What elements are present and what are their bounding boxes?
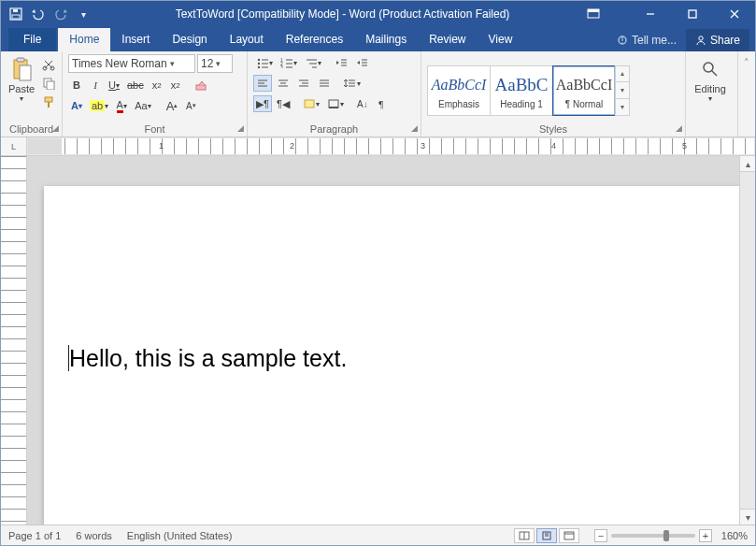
numbering-button[interactable]: 123▾: [278, 54, 300, 71]
format-painter-button[interactable]: [39, 93, 58, 110]
align-right-button[interactable]: [294, 75, 313, 92]
tell-me[interactable]: Tell me...: [607, 29, 686, 51]
svg-text:3: 3: [280, 65, 283, 68]
svg-point-27: [258, 66, 260, 68]
font-size-combo[interactable]: 12▾: [197, 54, 233, 73]
tab-selector[interactable]: L: [1, 137, 27, 155]
status-language[interactable]: English (United States): [127, 530, 233, 541]
multilevel-button[interactable]: ▾: [302, 54, 324, 71]
copy-button[interactable]: [39, 75, 58, 92]
italic-button[interactable]: I: [87, 77, 104, 93]
tab-review[interactable]: Review: [418, 28, 477, 51]
line-spacing-button[interactable]: ▾: [341, 75, 364, 92]
vertical-scrollbar[interactable]: ▴ ▾: [739, 156, 755, 524]
svg-rect-15: [20, 65, 31, 80]
document-viewport[interactable]: Hello, this is a sample text.: [27, 156, 739, 524]
save-icon[interactable]: [7, 5, 25, 23]
bullets-button[interactable]: ▾: [253, 54, 276, 71]
style-gallery[interactable]: AaBbCcIEmphasis AaBbCHeading 1 AaBbCcI¶ …: [427, 65, 630, 116]
font-color-button[interactable]: A▾: [113, 97, 130, 114]
justify-button[interactable]: [315, 75, 334, 92]
ribbon-display-icon[interactable]: [587, 8, 629, 20]
text-effects-button[interactable]: A▾: [68, 97, 85, 114]
tab-references[interactable]: References: [275, 28, 354, 51]
tab-view[interactable]: View: [478, 28, 524, 51]
tab-layout[interactable]: Layout: [219, 28, 275, 51]
show-marks-button[interactable]: ¶: [373, 95, 390, 112]
zoom-out-button[interactable]: −: [594, 529, 607, 542]
paragraph-launcher-icon[interactable]: ◢: [411, 123, 418, 133]
font-name-combo[interactable]: Times New Roman▾: [68, 54, 195, 73]
qat-customize-icon[interactable]: ▾: [74, 5, 93, 23]
svg-rect-60: [329, 100, 338, 108]
zoom-in-button[interactable]: +: [699, 529, 712, 542]
tab-mailings[interactable]: Mailings: [354, 28, 418, 51]
style-heading1[interactable]: AaBbCHeading 1: [490, 65, 553, 116]
zoom-slider[interactable]: [611, 534, 695, 538]
decrease-indent-button[interactable]: [332, 54, 350, 71]
style-label: Heading 1: [500, 99, 543, 109]
superscript-button[interactable]: x2: [167, 77, 184, 93]
rtl-button[interactable]: ¶◀: [274, 95, 292, 112]
undo-icon[interactable]: [29, 5, 48, 23]
styles-launcher-icon[interactable]: ◢: [676, 123, 682, 133]
style-normal[interactable]: AaBbCcI¶ Normal: [552, 65, 616, 116]
clear-format-button[interactable]: [192, 77, 210, 93]
svg-rect-6: [689, 10, 696, 18]
collapse-ribbon-icon[interactable]: ˄: [738, 51, 755, 136]
maximize-button[interactable]: [671, 1, 713, 27]
editing-label: Editing: [694, 83, 726, 94]
align-left-button[interactable]: [253, 75, 272, 92]
cut-button[interactable]: [39, 56, 58, 73]
clipboard-launcher-icon[interactable]: ◢: [52, 123, 59, 133]
style-emphasis[interactable]: AaBbCcIEmphasis: [427, 65, 491, 116]
font-name-value: Times New Roman: [72, 57, 167, 70]
zoom-level[interactable]: 160%: [721, 530, 748, 541]
grow-font-button[interactable]: A▴: [164, 97, 181, 114]
sort-button[interactable]: A↓: [354, 95, 371, 112]
ruler-vertical[interactable]: [1, 156, 27, 524]
tab-insert[interactable]: Insert: [110, 28, 161, 51]
strikethrough-button[interactable]: abc: [124, 77, 147, 93]
view-web-button[interactable]: [559, 528, 579, 543]
paste-icon: [8, 56, 35, 82]
style-gallery-more[interactable]: ▴▾▾: [615, 65, 630, 116]
scroll-down-icon[interactable]: ▾: [740, 509, 755, 524]
change-case-button[interactable]: Aa▾: [132, 97, 153, 114]
tab-design[interactable]: Design: [161, 28, 218, 51]
view-print-button[interactable]: [536, 528, 557, 543]
font-launcher-icon[interactable]: ◢: [237, 123, 244, 133]
status-page[interactable]: Page 1 of 1: [8, 530, 61, 541]
increase-indent-button[interactable]: [352, 54, 371, 71]
highlight-button[interactable]: ab▾: [87, 97, 111, 114]
document-text[interactable]: Hello, this is a sample text.: [69, 345, 347, 371]
subscript-button[interactable]: x2: [149, 77, 165, 93]
paste-button[interactable]: Paste ▾: [7, 54, 36, 106]
share-label: Share: [710, 34, 740, 47]
editing-button[interactable]: Editing▾: [692, 54, 729, 106]
svg-rect-59: [305, 100, 314, 108]
status-bar: Page 1 of 1 6 words English (United Stat…: [1, 524, 755, 545]
scroll-up-icon[interactable]: ▴: [740, 156, 755, 172]
ribbon-tabs: File Home Insert Design Layout Reference…: [1, 27, 755, 51]
underline-button[interactable]: U▾: [106, 77, 122, 93]
ltr-button[interactable]: ▶¶: [253, 95, 272, 112]
shading-button[interactable]: ▾: [300, 95, 322, 112]
find-icon: [697, 56, 723, 82]
view-read-button[interactable]: [514, 528, 535, 543]
share-button[interactable]: Share: [686, 29, 749, 51]
tell-me-label: Tell me...: [632, 34, 677, 47]
close-button[interactable]: [713, 1, 755, 27]
minimize-button[interactable]: [629, 1, 671, 27]
status-words[interactable]: 6 words: [76, 530, 112, 541]
ruler-horizontal[interactable]: L 1 2 3 4 5: [1, 137, 755, 156]
shrink-font-button[interactable]: A▾: [182, 97, 199, 114]
redo-icon[interactable]: [51, 5, 70, 23]
align-center-button[interactable]: [274, 75, 292, 92]
tab-home[interactable]: Home: [58, 28, 110, 51]
page[interactable]: Hello, this is a sample text.: [44, 186, 739, 524]
tab-file[interactable]: File: [8, 28, 56, 51]
bold-button[interactable]: B: [68, 77, 85, 93]
borders-button[interactable]: ▾: [324, 95, 347, 112]
paragraph-group-label: Paragraph: [310, 123, 358, 135]
